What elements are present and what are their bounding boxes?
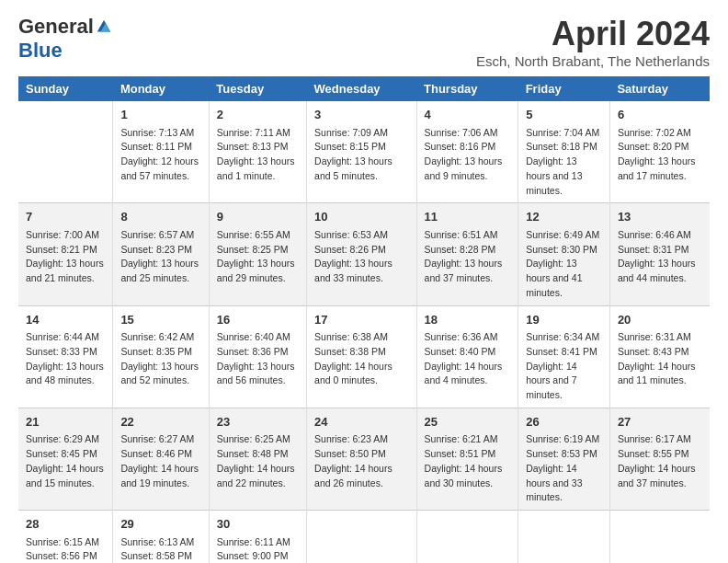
subtitle: Esch, North Brabant, The Netherlands: [476, 53, 710, 69]
day-info: Sunrise: 6:34 AMSunset: 8:41 PMDaylight:…: [526, 330, 602, 403]
day-number: 20: [618, 311, 702, 329]
day-info: Sunrise: 6:36 AMSunset: 8:40 PMDaylight:…: [425, 330, 511, 388]
day-info: Sunrise: 6:21 AMSunset: 8:51 PMDaylight:…: [425, 432, 511, 490]
header-saturday: Saturday: [609, 76, 710, 101]
day-info: Sunrise: 6:27 AMSunset: 8:46 PMDaylight:…: [120, 432, 200, 490]
calendar-week-5: 28Sunrise: 6:15 AMSunset: 8:56 PMDayligh…: [18, 511, 710, 564]
calendar-cell: 20Sunrise: 6:31 AMSunset: 8:43 PMDayligh…: [609, 305, 710, 408]
calendar-cell: 17Sunrise: 6:38 AMSunset: 8:38 PMDayligh…: [307, 305, 416, 408]
header-monday: Monday: [113, 76, 209, 101]
day-info: Sunrise: 6:23 AMSunset: 8:50 PMDaylight:…: [314, 432, 408, 490]
day-number: 4: [425, 106, 511, 124]
calendar-cell: 14Sunrise: 6:44 AMSunset: 8:33 PMDayligh…: [18, 305, 113, 408]
day-number: 15: [120, 311, 200, 329]
day-number: 26: [526, 413, 602, 431]
day-number: 18: [425, 311, 511, 329]
day-number: 24: [314, 413, 408, 431]
day-info: Sunrise: 7:02 AMSunset: 8:20 PMDaylight:…: [618, 126, 702, 184]
day-info: Sunrise: 6:46 AMSunset: 8:31 PMDaylight:…: [618, 228, 702, 286]
day-number: 2: [217, 106, 299, 124]
logo-general: General: [18, 15, 94, 39]
day-info: Sunrise: 7:04 AMSunset: 8:18 PMDaylight:…: [526, 126, 602, 199]
calendar-cell: 27Sunrise: 6:17 AMSunset: 8:55 PMDayligh…: [609, 408, 710, 510]
day-info: Sunrise: 6:15 AMSunset: 8:56 PMDaylight:…: [26, 535, 105, 564]
calendar-week-1: 1Sunrise: 7:13 AMSunset: 8:11 PMDaylight…: [18, 101, 710, 203]
calendar-table: Sunday Monday Tuesday Wednesday Thursday…: [18, 76, 710, 563]
day-number: 10: [314, 208, 408, 226]
calendar-cell: 22Sunrise: 6:27 AMSunset: 8:46 PMDayligh…: [113, 408, 209, 510]
calendar-body: 1Sunrise: 7:13 AMSunset: 8:11 PMDaylight…: [18, 101, 710, 563]
calendar-cell: 6Sunrise: 7:02 AMSunset: 8:20 PMDaylight…: [609, 101, 710, 203]
calendar-cell: 30Sunrise: 6:11 AMSunset: 9:00 PMDayligh…: [209, 511, 306, 564]
day-info: Sunrise: 7:11 AMSunset: 8:13 PMDaylight:…: [217, 126, 299, 184]
header-sunday: Sunday: [18, 76, 113, 101]
calendar-cell: 4Sunrise: 7:06 AMSunset: 8:16 PMDaylight…: [416, 101, 518, 203]
day-number: 6: [618, 106, 702, 124]
calendar-cell: 9Sunrise: 6:55 AMSunset: 8:25 PMDaylight…: [209, 203, 306, 305]
day-number: 29: [120, 515, 200, 534]
day-info: Sunrise: 6:38 AMSunset: 8:38 PMDaylight:…: [314, 330, 408, 388]
calendar-cell: 16Sunrise: 6:40 AMSunset: 8:36 PMDayligh…: [209, 305, 306, 408]
day-number: 16: [217, 311, 299, 329]
calendar-cell: [518, 511, 610, 564]
calendar-cell: 25Sunrise: 6:21 AMSunset: 8:51 PMDayligh…: [416, 408, 518, 510]
day-number: 27: [618, 413, 702, 431]
day-number: 17: [314, 311, 408, 329]
calendar-cell: 10Sunrise: 6:53 AMSunset: 8:26 PMDayligh…: [307, 203, 416, 305]
calendar-cell: 28Sunrise: 6:15 AMSunset: 8:56 PMDayligh…: [18, 511, 113, 564]
day-number: 8: [120, 208, 200, 226]
calendar-cell: 23Sunrise: 6:25 AMSunset: 8:48 PMDayligh…: [209, 408, 306, 510]
header-wednesday: Wednesday: [307, 76, 416, 101]
day-number: 3: [314, 106, 408, 124]
calendar-cell: 26Sunrise: 6:19 AMSunset: 8:53 PMDayligh…: [518, 408, 610, 510]
logo: General Blue: [18, 15, 112, 63]
calendar-week-3: 14Sunrise: 6:44 AMSunset: 8:33 PMDayligh…: [18, 305, 710, 408]
calendar-cell: 29Sunrise: 6:13 AMSunset: 8:58 PMDayligh…: [113, 511, 209, 564]
day-info: Sunrise: 6:25 AMSunset: 8:48 PMDaylight:…: [217, 432, 299, 490]
calendar-cell: 21Sunrise: 6:29 AMSunset: 8:45 PMDayligh…: [18, 408, 113, 510]
day-info: Sunrise: 6:17 AMSunset: 8:55 PMDaylight:…: [618, 432, 702, 490]
day-info: Sunrise: 6:44 AMSunset: 8:33 PMDaylight:…: [26, 330, 105, 388]
calendar-week-4: 21Sunrise: 6:29 AMSunset: 8:45 PMDayligh…: [18, 408, 710, 510]
calendar-cell: [416, 511, 518, 564]
day-info: Sunrise: 6:11 AMSunset: 9:00 PMDaylight:…: [217, 535, 299, 564]
calendar-cell: 5Sunrise: 7:04 AMSunset: 8:18 PMDaylight…: [518, 101, 610, 203]
calendar-cell: 3Sunrise: 7:09 AMSunset: 8:15 PMDaylight…: [307, 101, 416, 203]
day-number: 5: [526, 106, 602, 124]
calendar-header: Sunday Monday Tuesday Wednesday Thursday…: [18, 76, 710, 101]
header-tuesday: Tuesday: [209, 76, 306, 101]
day-number: 30: [217, 515, 299, 534]
day-number: 9: [217, 208, 299, 226]
day-info: Sunrise: 7:06 AMSunset: 8:16 PMDaylight:…: [425, 126, 511, 184]
calendar-cell: 7Sunrise: 7:00 AMSunset: 8:21 PMDaylight…: [18, 203, 113, 305]
calendar-cell: 1Sunrise: 7:13 AMSunset: 8:11 PMDaylight…: [113, 101, 209, 203]
day-number: 28: [26, 515, 105, 534]
day-number: 1: [120, 106, 200, 124]
day-info: Sunrise: 6:19 AMSunset: 8:53 PMDaylight:…: [526, 432, 602, 505]
header-thursday: Thursday: [416, 76, 518, 101]
calendar-cell: 24Sunrise: 6:23 AMSunset: 8:50 PMDayligh…: [307, 408, 416, 510]
calendar-cell: 2Sunrise: 7:11 AMSunset: 8:13 PMDaylight…: [209, 101, 306, 203]
day-number: 21: [26, 413, 105, 431]
day-number: 14: [26, 311, 105, 329]
calendar-cell: 19Sunrise: 6:34 AMSunset: 8:41 PMDayligh…: [518, 305, 610, 408]
day-info: Sunrise: 6:13 AMSunset: 8:58 PMDaylight:…: [120, 535, 200, 564]
calendar-cell: 8Sunrise: 6:57 AMSunset: 8:23 PMDaylight…: [113, 203, 209, 305]
day-number: 11: [425, 208, 511, 226]
header: General Blue April 2024 Esch, North Brab…: [18, 15, 710, 69]
calendar-cell: 15Sunrise: 6:42 AMSunset: 8:35 PMDayligh…: [113, 305, 209, 408]
main-title: April 2024: [476, 15, 710, 53]
day-info: Sunrise: 6:49 AMSunset: 8:30 PMDaylight:…: [526, 228, 602, 301]
calendar-cell: [609, 511, 710, 564]
day-number: 12: [526, 208, 602, 226]
day-info: Sunrise: 6:31 AMSunset: 8:43 PMDaylight:…: [618, 330, 702, 388]
day-info: Sunrise: 6:55 AMSunset: 8:25 PMDaylight:…: [217, 228, 299, 286]
day-info: Sunrise: 6:42 AMSunset: 8:35 PMDaylight:…: [120, 330, 200, 388]
day-info: Sunrise: 6:29 AMSunset: 8:45 PMDaylight:…: [26, 432, 105, 490]
calendar-week-2: 7Sunrise: 7:00 AMSunset: 8:21 PMDaylight…: [18, 203, 710, 305]
day-number: 23: [217, 413, 299, 431]
day-info: Sunrise: 7:00 AMSunset: 8:21 PMDaylight:…: [26, 228, 105, 286]
calendar-cell: 12Sunrise: 6:49 AMSunset: 8:30 PMDayligh…: [518, 203, 610, 305]
header-friday: Friday: [518, 76, 610, 101]
calendar-cell: [307, 511, 416, 564]
